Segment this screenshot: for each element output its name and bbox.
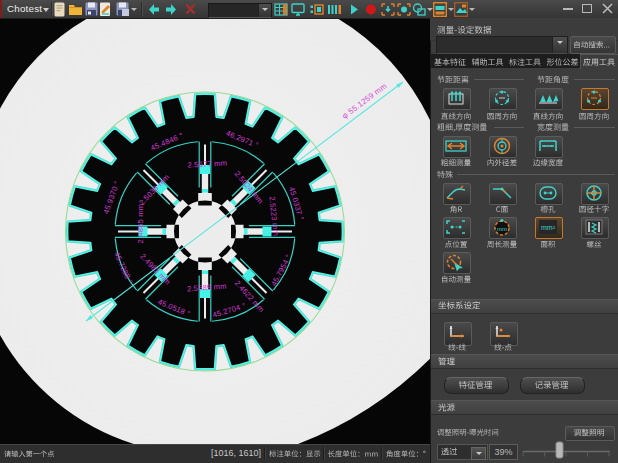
svg-text:mm²: mm² — [541, 224, 556, 231]
svg-text:mm: mm — [497, 226, 507, 232]
svg-text:2.4865 mm: 2.4865 mm — [136, 204, 145, 244]
